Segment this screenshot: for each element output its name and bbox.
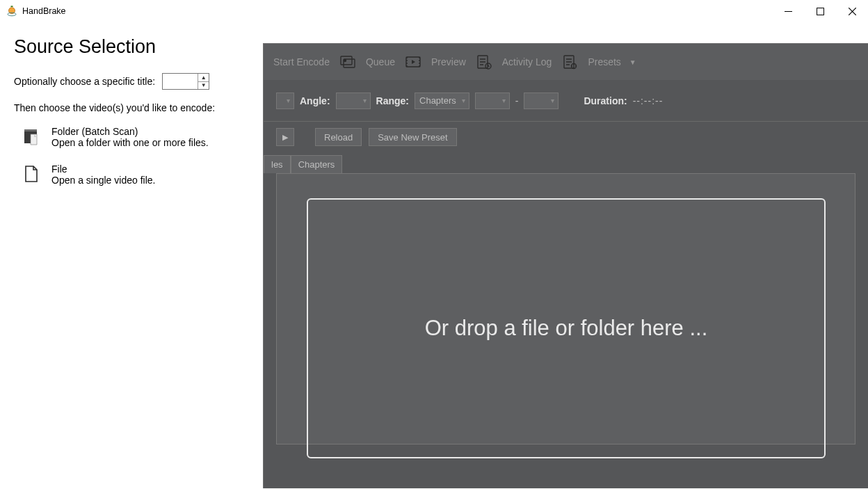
source-file-title: File	[51, 163, 155, 175]
svg-point-5	[344, 60, 346, 62]
toolbar-preview[interactable]: Preview	[431, 56, 466, 67]
source-selection-heading: Source Selection	[14, 36, 250, 58]
source-folder-sub: Open a folder with one or more files.	[51, 137, 209, 148]
save-new-preset-button[interactable]: Save New Preset	[369, 128, 456, 146]
specific-title-input[interactable]	[163, 74, 198, 89]
duration-label: Duration:	[584, 95, 627, 106]
source-folder-option[interactable]: Folder (Batch Scan) Open a folder with o…	[21, 126, 250, 148]
chevron-down-icon: ▼	[629, 58, 636, 66]
title-bar: HandBrake	[0, 0, 868, 22]
dropzone[interactable]: Or drop a file or folder here ...	[307, 198, 826, 458]
duration-value: --:--:--	[633, 95, 664, 106]
specific-title-label: Optionally choose a specific title:	[14, 76, 155, 87]
folder-icon	[21, 126, 42, 147]
presets-icon[interactable]	[561, 54, 578, 70]
toolbar-start-encode[interactable]: Start Encode	[273, 56, 330, 67]
spin-down-button[interactable]: ▼	[198, 82, 209, 90]
activity-log-icon[interactable]	[476, 54, 492, 70]
preview-icon[interactable]	[405, 54, 421, 70]
file-icon	[21, 163, 42, 184]
queue-icon[interactable]	[339, 54, 356, 70]
specific-title-spinner[interactable]: ▲ ▼	[162, 73, 209, 90]
source-folder-title: Folder (Batch Scan)	[51, 126, 209, 137]
source-options-row: Angle: Range: Chapters - Duration: --:--…	[264, 80, 868, 122]
window-close-button[interactable]	[836, 0, 868, 22]
tab-subtitles[interactable]: les	[264, 155, 291, 173]
window-maximize-button[interactable]	[804, 0, 836, 22]
tab-chapters[interactable]: Chapters	[291, 155, 343, 173]
choose-video-hint: Then choose the video(s) you'd like to e…	[14, 102, 250, 113]
svg-rect-2	[817, 8, 823, 15]
preset-row: ▶ Reload Save New Preset	[264, 122, 868, 152]
toolbar-activity-log[interactable]: Activity Log	[502, 56, 552, 67]
main-toolbar: Start Encode Queue Preview Activity Log	[264, 44, 868, 80]
range-end-select[interactable]	[524, 93, 558, 109]
svg-rect-12	[24, 129, 37, 131]
angle-label: Angle:	[300, 95, 330, 106]
main-app-backdrop: Start Encode Queue Preview Activity Log	[263, 43, 868, 488]
window-minimize-button[interactable]	[772, 0, 804, 22]
range-mode-select[interactable]: Chapters	[415, 93, 469, 109]
window-title: HandBrake	[22, 6, 66, 16]
source-selection-panel: Source Selection Optionally choose a spe…	[14, 36, 250, 201]
toolbar-presets[interactable]: Presets ▼	[588, 56, 636, 67]
dropzone-text: Or drop a file or folder here ...	[425, 316, 708, 341]
app-logo-icon	[6, 5, 18, 17]
reload-button[interactable]: Reload	[315, 128, 362, 146]
title-select[interactable]	[276, 93, 294, 109]
source-file-option[interactable]: File Open a single video file.	[21, 163, 250, 186]
source-file-sub: Open a single video file.	[51, 175, 155, 186]
range-dash: -	[515, 95, 519, 106]
tabs-row: les Chapters	[264, 152, 868, 173]
range-label: Range:	[376, 95, 409, 106]
angle-select[interactable]	[336, 93, 371, 109]
preset-expand-button[interactable]: ▶	[276, 128, 294, 146]
range-start-select[interactable]	[475, 93, 510, 109]
toolbar-queue[interactable]: Queue	[366, 56, 395, 67]
spin-up-button[interactable]: ▲	[198, 74, 209, 82]
